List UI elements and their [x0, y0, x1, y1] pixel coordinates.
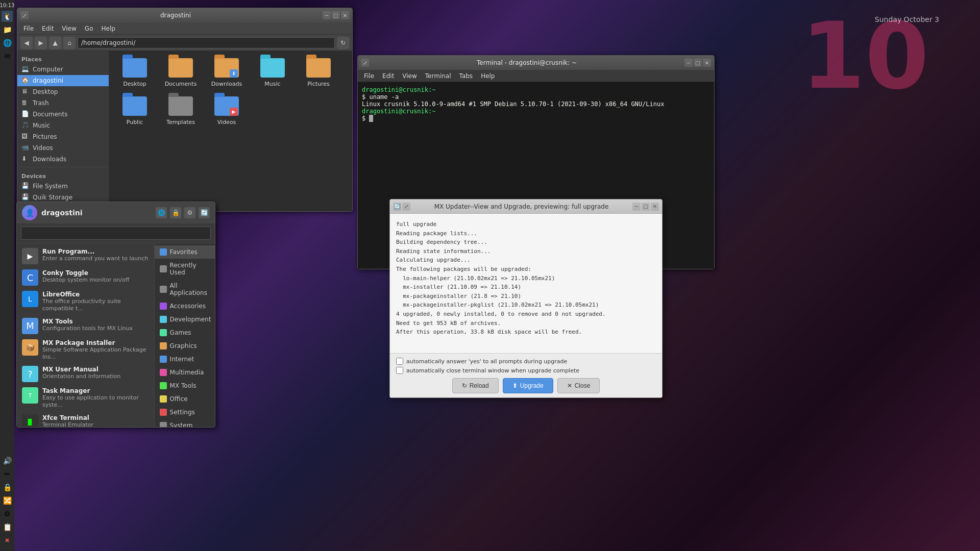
app-item-terminal[interactable]: ▉ Xfce Terminal Terminal Emulator: [17, 412, 154, 427]
app-item-mxtools[interactable]: M MX Tools Configuration tools for MX Li…: [17, 315, 154, 337]
app-menu-search-area: [17, 223, 215, 243]
taskbar-icon-apps[interactable]: 📋: [2, 521, 13, 533]
fm-refresh-btn[interactable]: ↻: [337, 37, 349, 49]
category-graphics[interactable]: Graphics: [155, 339, 215, 353]
category-multimedia[interactable]: Multimedia: [155, 366, 215, 379]
mx-updater-buttons: ↻ Reload ⬆ Upgrade ✕ Close: [396, 378, 656, 393]
app-item-conky[interactable]: C Conky Toggle Desktop system monitor on…: [17, 267, 154, 288]
app-item-libreoffice[interactable]: L LibreOffice The office productivity su…: [17, 288, 154, 315]
mx-checkbox-auto-close[interactable]: [396, 367, 403, 374]
category-development[interactable]: Development: [155, 313, 215, 326]
file-item-pictures[interactable]: Pictures: [298, 56, 339, 89]
sidebar-item-label: Downloads: [33, 156, 66, 163]
sidebar-item-label: File System: [33, 183, 68, 190]
fm-back-btn[interactable]: ◀: [20, 37, 33, 49]
app-menu-refresh-icon[interactable]: 🔄: [199, 207, 210, 218]
mx-reload-button[interactable]: ↻ Reload: [452, 378, 499, 393]
taskbar-icon-browser[interactable]: 🌐: [2, 37, 13, 48]
terminal-expand-btn[interactable]: ⤢: [361, 59, 369, 67]
taskbar-icon-files[interactable]: 📁: [2, 24, 13, 35]
sidebar-item-videos[interactable]: 📹 Videos: [17, 142, 109, 154]
file-item-public[interactable]: Public: [114, 94, 155, 128]
file-item-documents[interactable]: Documents: [160, 56, 201, 89]
category-all-applications[interactable]: All Applications: [155, 279, 215, 299]
category-favorites[interactable]: Favorites: [155, 245, 215, 259]
file-item-desktop[interactable]: Desktop: [114, 56, 155, 89]
taskbar-icon-volume[interactable]: 🔊: [2, 455, 13, 466]
mx-checkbox-row-2: automatically close terminal window when…: [396, 367, 656, 374]
terminal-close-btn[interactable]: ✕: [703, 59, 711, 67]
category-games[interactable]: Games: [155, 326, 215, 339]
app-item-taskmanager[interactable]: T Task Manager Easy to use application t…: [17, 385, 154, 412]
sidebar-item-dragostini[interactable]: 🏠 dragostini: [17, 75, 109, 86]
mx-updater-checkboxes: automatically answer 'yes' to all prompt…: [396, 358, 656, 374]
app-menu-config-icon[interactable]: ⚙: [184, 207, 195, 218]
term-menu-help[interactable]: Help: [478, 71, 498, 81]
app-item-desc: Terminal Emulator: [42, 421, 149, 427]
term-menu-view[interactable]: View: [399, 71, 420, 81]
sidebar-item-filesystem[interactable]: 💾 File System: [17, 181, 109, 192]
category-internet[interactable]: Internet: [155, 353, 215, 366]
sidebar-item-computer[interactable]: 💻 Computer: [17, 64, 109, 75]
category-system[interactable]: System: [155, 419, 215, 427]
mx-updater-close-btn[interactable]: ✕: [651, 203, 659, 211]
category-recently-used[interactable]: Recently Used: [155, 259, 215, 279]
taskbar-icon-mail[interactable]: ✉: [2, 51, 13, 62]
taskbar-icon-close[interactable]: ✖: [2, 535, 13, 546]
file-item-templates[interactable]: Templates: [160, 94, 201, 128]
sidebar-item-music[interactable]: 🎵 Music: [17, 120, 109, 131]
reload-label: Reload: [470, 382, 489, 389]
app-menu-network-icon[interactable]: 🌐: [156, 207, 167, 218]
file-manager-close-btn[interactable]: ✕: [341, 11, 349, 19]
fm-home-btn[interactable]: ⌂: [63, 37, 76, 49]
terminal-maximize-btn[interactable]: □: [694, 59, 702, 67]
app-item-run-program[interactable]: ▶ Run Program... Enter a command you wan…: [17, 245, 154, 267]
fm-address-bar[interactable]: /home/dragostini/: [78, 37, 335, 48]
file-item-music[interactable]: Music: [252, 56, 293, 89]
category-accessories[interactable]: Accessories: [155, 299, 215, 313]
category-settings[interactable]: Settings: [155, 406, 215, 419]
fm-menu-view[interactable]: View: [59, 24, 79, 33]
app-item-mxmanual[interactable]: ? MX User Manual Orientation and informa…: [17, 363, 154, 385]
fm-menu-file[interactable]: File: [20, 24, 37, 33]
fm-menu-go[interactable]: Go: [82, 24, 96, 33]
mx-updater-expand[interactable]: ⤢: [402, 203, 410, 211]
taskbar-icon-toggle[interactable]: 🔀: [2, 495, 13, 506]
fm-forward-btn[interactable]: ▶: [35, 37, 47, 49]
taskbar-icon-mx[interactable]: 🐧: [2, 11, 13, 22]
sidebar-item-pictures[interactable]: 🖼 Pictures: [17, 131, 109, 142]
category-mx-tools[interactable]: MX Tools: [155, 379, 215, 392]
term-menu-tabs[interactable]: Tabs: [456, 71, 476, 81]
mx-checkbox-label-2: automatically close terminal window when…: [406, 367, 579, 374]
taskbar-icon-edit[interactable]: ✏: [2, 468, 13, 480]
term-menu-edit[interactable]: Edit: [379, 71, 397, 81]
fm-menu-edit[interactable]: Edit: [39, 24, 57, 33]
term-menu-terminal[interactable]: Terminal: [422, 71, 454, 81]
file-manager-expand-btn[interactable]: ⤢: [20, 11, 29, 19]
file-item-downloads[interactable]: ⬇ Downloads: [206, 56, 247, 89]
music-icon: 🎵: [21, 121, 30, 130]
mx-upgrade-button[interactable]: ⬆ Upgrade: [503, 378, 553, 393]
fm-menu-help[interactable]: Help: [98, 24, 118, 33]
category-office[interactable]: Office: [155, 392, 215, 406]
file-manager-maximize-btn[interactable]: □: [332, 11, 340, 19]
mx-close-button[interactable]: ✕ Close: [557, 378, 600, 393]
file-item-videos[interactable]: ▶ Videos: [206, 94, 247, 128]
sidebar-item-downloads[interactable]: ⬇ Downloads: [17, 154, 109, 165]
app-menu-lock-icon[interactable]: 🔒: [170, 207, 181, 218]
mx-updater-maximize[interactable]: □: [642, 203, 650, 211]
app-item-mxpkg[interactable]: 📦 MX Package Installer Simple Software A…: [17, 337, 154, 364]
taskbar-icon-settings[interactable]: ⚙: [2, 508, 13, 519]
mx-updater-minimize[interactable]: −: [632, 203, 641, 211]
sidebar-item-documents[interactable]: 📄 Documents: [17, 109, 109, 120]
sidebar-item-desktop[interactable]: 🖥 Desktop: [17, 86, 109, 97]
mx-checkbox-auto-yes[interactable]: [396, 358, 403, 365]
fm-up-btn[interactable]: ▲: [49, 37, 61, 49]
app-menu-search-input[interactable]: [21, 227, 211, 240]
taskbar-icon-lock[interactable]: 🔒: [2, 482, 13, 493]
app-item-desc: Simple Software Application Package Ins.…: [42, 346, 149, 361]
terminal-minimize-btn[interactable]: −: [684, 59, 693, 67]
file-manager-minimize-btn[interactable]: −: [323, 11, 331, 19]
term-menu-file[interactable]: File: [361, 71, 377, 81]
sidebar-item-trash[interactable]: 🗑 Trash: [17, 97, 109, 109]
